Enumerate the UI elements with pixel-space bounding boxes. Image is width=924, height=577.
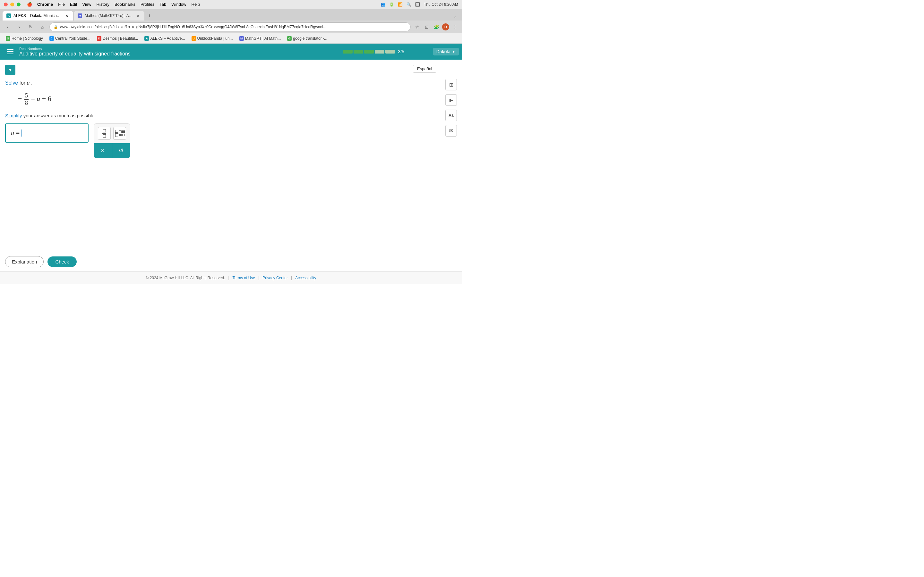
simplify-text: Simplify your answer as much as possible… (5, 113, 436, 118)
tab-aleks[interactable]: A ALEKS – Dakota Minnich – Le... ✕ (3, 11, 73, 21)
aleks-bottom-bar: Explanation Check (0, 252, 462, 271)
privacy-center-link[interactable]: Privacy Center (262, 276, 288, 280)
bookmark-desmos[interactable]: D Desmos | Beautiful... (94, 35, 141, 42)
tab-mathos[interactable]: M Mathos (MathGPTPro) | AI Ma... ✕ (74, 11, 144, 21)
clear-button[interactable]: ✕ (94, 143, 112, 158)
equation-display: − 5 8 = u + 6 (18, 92, 436, 106)
calculator-button[interactable]: ⊞ (445, 79, 457, 90)
mixed-sq4 (122, 134, 125, 136)
bookmark-label-unblockpanda: UnblockPanda | un... (197, 36, 233, 41)
simplify-link[interactable]: Simplify (5, 113, 22, 118)
collapse-button[interactable]: ▼ (5, 65, 15, 75)
user-menu-button[interactable]: Dakota ▼ (433, 48, 459, 55)
mixed-icon-line (115, 133, 118, 134)
address-bar-actions: ☆ ⊡ 🧩 D ⋮ (413, 23, 459, 31)
apple-menu[interactable]: 🍎 (27, 2, 32, 7)
tab-close-aleks[interactable]: ✕ (64, 13, 69, 18)
mail-button[interactable]: ✉ (445, 125, 457, 137)
answer-equals: = (16, 129, 19, 137)
answer-row: u = (5, 123, 436, 158)
new-tab-button[interactable]: + (145, 11, 154, 21)
bookmark-label-desmos: Desmos | Beautiful... (103, 36, 138, 41)
profile-icon[interactable]: D (442, 23, 449, 31)
minimize-window-button[interactable] (10, 3, 14, 6)
aleks-footer: © 2024 McGraw Hill LLC. All Rights Reser… (0, 271, 462, 284)
hamburger-line (7, 51, 13, 52)
menu-edit[interactable]: Edit (70, 2, 77, 7)
bookmarks-bar: S Home | Schoology C Central York Stude.… (0, 33, 462, 44)
tab-title-mathos: Mathos (MathGPTPro) | AI Ma... (85, 13, 133, 18)
bookmark-schoology[interactable]: S Home | Schoology (3, 35, 45, 42)
mail-icon: ✉ (449, 128, 453, 134)
bookmark-google-translate[interactable]: G google translator -... (284, 35, 330, 42)
terms-of-use-link[interactable]: Terms of Use (233, 276, 255, 280)
hamburger-line (7, 53, 13, 54)
hamburger-menu-button[interactable] (5, 47, 15, 57)
bookmark-centralyork[interactable]: C Central York Stude... (47, 35, 93, 42)
progress-segment-1 (343, 50, 352, 53)
numerator: 5 (24, 92, 29, 100)
bookmark-favicon-desmos: D (97, 36, 102, 41)
answer-input-box[interactable]: u = (5, 123, 89, 143)
battery-icon: 🔋 (389, 2, 394, 7)
menu-tab[interactable]: Tab (160, 2, 166, 7)
menu-help[interactable]: Help (192, 2, 200, 7)
address-bar: ‹ › ↻ ⌂ 🔒 www-awy.aleks.com/alekscgi/x/l… (0, 21, 462, 33)
controlcenter-icon[interactable]: 🔲 (415, 2, 420, 7)
video-button[interactable]: ▶ (445, 94, 457, 106)
header-topic-area: Real Numbers Additive property of equali… (19, 47, 131, 57)
keypad-bottom-row: ✕ ↺ (94, 143, 130, 158)
bookmark-mathgpt[interactable]: M MathGPT | AI Math... (237, 35, 284, 42)
search-icon[interactable]: 🔍 (407, 2, 411, 7)
bookmark-aleks[interactable]: A ALEKS – Adaptive... (142, 35, 187, 42)
menu-chrome[interactable]: Chrome (37, 2, 53, 7)
check-button[interactable]: Check (47, 256, 77, 267)
window-controls (4, 3, 21, 6)
reload-button[interactable]: ↻ (26, 23, 35, 31)
denominator: 8 (24, 100, 29, 107)
user-caret-icon: ▼ (452, 49, 456, 54)
variable-display: u (27, 80, 30, 85)
accessibility-link[interactable]: Accessibility (295, 276, 316, 280)
fraction-display: 5 8 (24, 92, 29, 106)
aleks-main-content: Español ▼ Solve for u . − 5 8 = u + 6 Si… (0, 60, 462, 252)
menu-profiles[interactable]: Profiles (141, 2, 154, 7)
fraction-button[interactable] (98, 127, 111, 140)
undo-button[interactable]: ↺ (112, 143, 130, 158)
menu-file[interactable]: File (58, 2, 65, 7)
bookmark-star-icon[interactable]: ☆ (413, 23, 421, 31)
maximize-window-button[interactable] (17, 3, 21, 6)
menu-view[interactable]: View (82, 2, 91, 7)
tab-search-icon[interactable]: ⊡ (423, 23, 431, 31)
close-window-button[interactable] (4, 3, 8, 6)
equation-right-variable: u (37, 95, 40, 103)
explanation-button[interactable]: Explanation (5, 256, 44, 268)
tab-favicon-aleks: A (6, 13, 11, 18)
solve-link[interactable]: Solve (5, 80, 18, 85)
tab-close-mathos[interactable]: ✕ (136, 13, 141, 18)
mixed-number-button[interactable] (113, 127, 126, 140)
bookmark-label-schoology: Home | Schoology (11, 36, 43, 41)
home-button[interactable]: ⌂ (38, 23, 47, 31)
extensions-icon[interactable]: 🧩 (433, 23, 440, 31)
screentime-icon: 👥 (381, 2, 385, 7)
copyright-text: © 2024 McGraw Hill LLC. All Rights Reser… (145, 276, 225, 280)
tab-favicon-mathos: M (78, 13, 82, 18)
browser-menu-icon[interactable]: ⋮ (451, 23, 459, 31)
equation-plus: + 6 (42, 95, 51, 103)
font-size-button[interactable]: Aa (445, 110, 457, 121)
bookmark-favicon-centralyork: C (49, 36, 54, 41)
bookmark-favicon-unblockpanda: U (192, 36, 196, 41)
espanol-button[interactable]: Español (413, 65, 436, 73)
menu-window[interactable]: Window (171, 2, 186, 7)
tab-expand-button[interactable]: ⌄ (451, 11, 459, 21)
url-field[interactable]: 🔒 www-awy.aleks.com/alekscgi/x/lsl.exe/1… (49, 23, 411, 31)
forward-button[interactable]: › (15, 23, 24, 31)
menu-bookmarks[interactable]: Bookmarks (115, 2, 136, 7)
bookmark-unblockpanda[interactable]: U UnblockPanda | un... (189, 35, 236, 42)
bookmark-label-centralyork: Central York Stude... (55, 36, 90, 41)
menu-history[interactable]: History (96, 2, 109, 7)
mixed-number-icon (115, 130, 125, 137)
right-sidebar: ⊞ ▶ Aa ✉ (445, 79, 457, 137)
back-button[interactable]: ‹ (3, 23, 12, 31)
